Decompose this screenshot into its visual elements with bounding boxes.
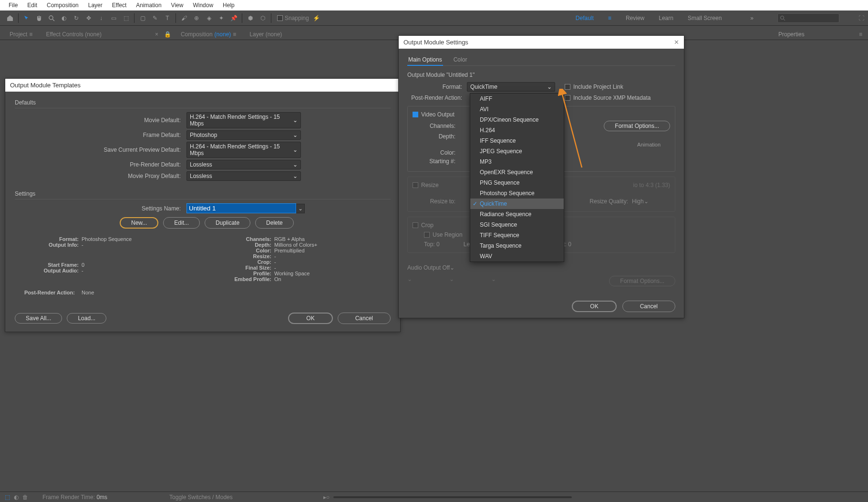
workspace-review[interactable]: Review — [626, 15, 644, 21]
tab-main-options[interactable]: Main Options — [407, 54, 443, 66]
menu-composition[interactable]: Composition — [42, 1, 83, 10]
settings-name-input[interactable] — [186, 203, 296, 213]
menu-layer[interactable]: Layer — [83, 1, 107, 10]
clone-tool-icon[interactable]: ⊕ — [191, 13, 202, 23]
format-option[interactable]: AIFF — [470, 94, 564, 104]
delete-button[interactable]: Delete — [255, 217, 294, 229]
format-option[interactable]: TIFF Sequence — [470, 230, 564, 241]
movie-default-dropdown[interactable]: H.264 - Match Render Settings - 15 Mbps⌄ — [186, 112, 301, 128]
brush-tool-icon[interactable]: 🖌 — [179, 13, 189, 23]
status-icon3[interactable]: 🗑 — [22, 494, 28, 501]
roto-tool-icon[interactable]: ✦ — [216, 13, 227, 23]
status-icon1[interactable]: ⬚ — [5, 494, 10, 501]
toggle-switches-button[interactable]: Toggle Switches / Modes — [169, 494, 233, 501]
tab-project[interactable]: Project≡ — [6, 29, 36, 40]
orbit-tool-icon[interactable]: ◐ — [59, 13, 69, 23]
pan-behind-tool-icon[interactable]: ✥ — [83, 13, 94, 23]
format-option[interactable]: Targa Sequence — [470, 241, 564, 251]
status-icon2[interactable]: ◐ — [14, 494, 19, 501]
home-icon[interactable] — [5, 13, 15, 23]
format-option[interactable]: AVI — [470, 104, 564, 115]
3d-tool-icon[interactable]: ⬢ — [245, 13, 256, 23]
proxy-default-dropdown[interactable]: Lossless⌄ — [186, 171, 301, 181]
use-region-checkbox[interactable] — [424, 232, 430, 238]
resize-quality-dropdown[interactable]: High⌄ — [632, 198, 670, 205]
timeline-marker-icon[interactable]: ▸○ — [323, 494, 330, 501]
include-project-link-checkbox[interactable]: Include Project Link — [565, 84, 623, 90]
audio-bit-dropdown[interactable]: ⌄ — [449, 276, 487, 286]
audio-rate-dropdown[interactable]: ⌄ — [407, 276, 445, 286]
load-button[interactable]: Load... — [67, 313, 106, 324]
edit-button[interactable]: Edit... — [163, 217, 200, 229]
rotate-tool-icon[interactable]: ↻ — [71, 13, 82, 23]
text-tool-icon[interactable]: T — [162, 13, 173, 23]
search-input[interactable] — [777, 13, 839, 23]
format-option[interactable]: Radiance Sequence — [470, 209, 564, 220]
tab-layer[interactable]: Layer (none) — [246, 29, 286, 40]
format-option[interactable]: DPX/Cineon Sequence — [470, 115, 564, 125]
tab-close-icon[interactable]: × — [155, 31, 158, 38]
puppet-tool-icon[interactable]: 📌 — [228, 13, 239, 23]
audio-format-options-button[interactable]: Format Options... — [609, 276, 675, 286]
templates-cancel-button[interactable]: Cancel — [338, 313, 391, 324]
tab-properties[interactable]: Properties ≡ — [773, 29, 868, 40]
audio-ch-dropdown[interactable]: ⌄ — [491, 276, 529, 286]
tab-color[interactable]: Color — [453, 54, 468, 65]
workspace-small-screen[interactable]: Small Screen — [688, 15, 722, 21]
templates-ok-button[interactable]: OK — [288, 313, 332, 324]
save-all-button[interactable]: Save All... — [15, 313, 62, 324]
format-option[interactable]: JPEG Sequence — [470, 146, 564, 157]
workspace-learn[interactable]: Learn — [659, 15, 673, 21]
selection-tool-icon[interactable] — [21, 13, 32, 23]
prerender-default-dropdown[interactable]: Lossless⌄ — [186, 160, 301, 169]
new-button[interactable]: New... — [120, 217, 158, 229]
menu-effect[interactable]: Effect — [107, 1, 131, 10]
mask-tool-icon[interactable]: ⬚ — [121, 13, 131, 23]
format-option[interactable]: IFF Sequence — [470, 136, 564, 146]
zoom-tool-icon[interactable] — [46, 13, 57, 23]
timeline-scrubber[interactable] — [333, 496, 572, 498]
format-option[interactable]: PNG Sequence — [470, 178, 564, 188]
menu-view[interactable]: View — [166, 1, 188, 10]
video-output-checkbox[interactable] — [413, 112, 418, 117]
format-option[interactable]: QuickTime — [470, 199, 564, 209]
menu-animation[interactable]: Animation — [131, 1, 166, 10]
format-option[interactable]: H.264 — [470, 125, 564, 136]
duplicate-button[interactable]: Duplicate — [205, 217, 250, 229]
workspace-hamburger-icon[interactable]: ≡ — [608, 15, 611, 21]
3d-tool2-icon[interactable]: ⬡ — [258, 13, 268, 23]
pen-tool-icon[interactable]: ✎ — [150, 13, 160, 23]
rectangle-tool-icon[interactable]: ▢ — [137, 13, 148, 23]
menu-file[interactable]: File — [4, 1, 22, 10]
menu-window[interactable]: Window — [188, 1, 218, 10]
tab-effect-controls[interactable]: Effect Controls (none) — [42, 29, 105, 40]
menu-edit[interactable]: Edit — [22, 1, 42, 10]
anchor-tool-icon[interactable]: ↓ — [96, 13, 106, 23]
frame-default-dropdown[interactable]: Photoshop⌄ — [186, 130, 301, 140]
crop-checkbox[interactable] — [413, 222, 418, 228]
format-option[interactable]: OpenEXR Sequence — [470, 167, 564, 178]
format-option[interactable]: SGI Sequence — [470, 220, 564, 230]
format-option[interactable]: WAV — [470, 251, 564, 261]
format-dropdown[interactable]: QuickTime⌄ — [467, 82, 555, 92]
tab-composition[interactable]: Composition (none) ≡ — [177, 29, 240, 40]
menu-help[interactable]: Help — [218, 1, 239, 10]
preview-default-dropdown[interactable]: H.264 - Match Render Settings - 15 Mbps⌄ — [186, 142, 301, 158]
oms-cancel-button[interactable]: Cancel — [622, 301, 675, 312]
settings-name-dropdown-icon[interactable]: ⌄ — [296, 204, 305, 213]
shape-tool-icon[interactable]: ▭ — [108, 13, 119, 23]
resize-checkbox[interactable] — [413, 182, 418, 188]
format-option[interactable]: Photoshop Sequence — [470, 188, 564, 199]
snapping-toggle[interactable]: Snapping ⚡ — [277, 15, 320, 21]
include-xmp-checkbox[interactable]: Include Source XMP Metadata — [565, 94, 651, 101]
audio-output-dropdown[interactable]: Audio Output Off⌄ — [407, 264, 469, 271]
snapping-checkbox-icon[interactable] — [277, 15, 283, 21]
workspace-overflow-icon[interactable]: » — [750, 15, 754, 21]
tab-lock-icon[interactable]: 🔒 — [164, 31, 171, 38]
eraser-tool-icon[interactable]: ◈ — [204, 13, 214, 23]
workspace-default[interactable]: Default — [576, 15, 594, 21]
oms-ok-button[interactable]: OK — [572, 301, 616, 312]
expand-icon[interactable]: ⛶ — [858, 15, 864, 21]
format-options-button[interactable]: Format Options... — [604, 121, 670, 131]
close-icon[interactable]: ✕ — [674, 39, 679, 46]
